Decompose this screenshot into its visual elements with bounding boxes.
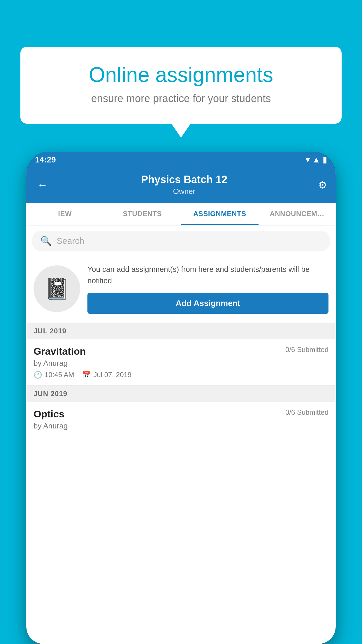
tabs-bar: IEW STUDENTS ASSIGNMENTS ANNOUNCEM… — [26, 203, 336, 225]
search-bar: 🔍 Search — [26, 225, 336, 256]
phone-inner: 14:29 ▾ ▲ ▮ ← Physics Batch 12 Owner ⚙ — [26, 152, 336, 644]
phone-device: 14:29 ▾ ▲ ▮ ← Physics Batch 12 Owner ⚙ — [26, 152, 336, 644]
promo-description: You can add assignment(s) from here and … — [87, 264, 328, 286]
app-header: ← Physics Batch 12 Owner ⚙ — [26, 168, 336, 203]
add-assignment-button[interactable]: Add Assignment — [87, 293, 328, 314]
settings-icon[interactable]: ⚙ — [318, 179, 327, 191]
promo-block: 📓 You can add assignment(s) from here an… — [26, 256, 336, 323]
assignment-item-gravitation[interactable]: Gravitation 0/6 Submitted by Anurag 🕐 10… — [26, 339, 336, 386]
signal-icon: ▲ — [312, 155, 320, 164]
wifi-icon: ▾ — [306, 155, 310, 164]
assignment-row1-optics: Optics 0/6 Submitted — [34, 408, 328, 420]
assignment-row1: Gravitation 0/6 Submitted — [34, 346, 328, 357]
assignment-item-optics[interactable]: Optics 0/6 Submitted by Anurag — [26, 402, 336, 440]
section-header-jun: JUN 2019 — [26, 386, 336, 402]
search-icon: 🔍 — [40, 235, 52, 246]
info-card: Online assignments ensure more practice … — [20, 47, 342, 124]
info-card-subtitle: ensure more practice for your students — [38, 92, 324, 105]
section-header-jul: JUL 2019 — [26, 323, 336, 339]
screen-content: ← Physics Batch 12 Owner ⚙ IEW STUDENTS … — [26, 168, 336, 644]
back-button[interactable]: ← — [35, 176, 50, 193]
assignment-author-gravitation: by Anurag — [34, 359, 328, 368]
assignment-date-gravitation: 📅 Jul 07, 2019 — [82, 371, 131, 379]
tab-students[interactable]: STUDENTS — [104, 203, 181, 225]
promo-right: You can add assignment(s) from here and … — [87, 264, 328, 314]
assignment-title-gravitation: Gravitation — [34, 346, 86, 357]
tab-assignments[interactable]: ASSIGNMENTS — [181, 203, 259, 225]
status-bar: 14:29 ▾ ▲ ▮ — [26, 152, 336, 168]
header-title: Physics Batch 12 — [141, 174, 227, 186]
status-icons: ▾ ▲ ▮ — [306, 155, 327, 164]
assignment-submitted-gravitation: 0/6 Submitted — [285, 346, 328, 354]
search-placeholder: Search — [57, 236, 84, 246]
notebook-icon: 📓 — [44, 277, 70, 301]
assignment-submitted-optics: 0/6 Submitted — [285, 408, 328, 416]
assignment-time-gravitation: 🕐 10:45 AM — [34, 371, 74, 379]
status-time: 14:29 — [35, 155, 56, 164]
calendar-icon: 📅 — [82, 371, 91, 379]
battery-icon: ▮ — [323, 155, 327, 164]
assignment-title-optics: Optics — [34, 408, 64, 420]
assignment-illustration: 📓 — [34, 265, 80, 312]
info-card-title: Online assignments — [38, 63, 324, 87]
header-title-block: Physics Batch 12 Owner — [141, 174, 227, 196]
clock-icon: 🕐 — [34, 371, 42, 379]
header-subtitle: Owner — [141, 187, 227, 196]
tab-announcements[interactable]: ANNOUNCEM… — [259, 203, 336, 225]
assignment-author-optics: by Anurag — [34, 421, 328, 430]
tab-iew[interactable]: IEW — [26, 203, 104, 225]
search-input-wrap[interactable]: 🔍 Search — [32, 231, 330, 251]
assignment-meta-gravitation: 🕐 10:45 AM 📅 Jul 07, 2019 — [34, 371, 328, 379]
